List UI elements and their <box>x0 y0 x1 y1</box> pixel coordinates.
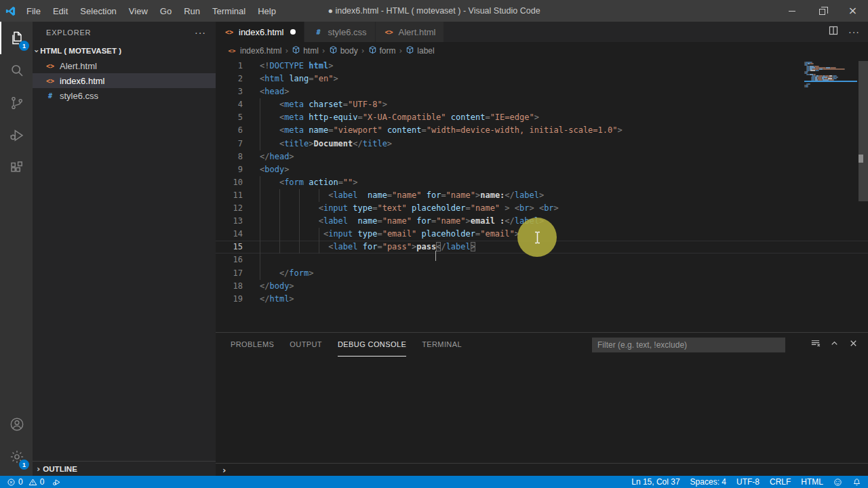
menu-terminal[interactable]: Terminal <box>206 6 252 16</box>
activitybar-run-debug[interactable] <box>0 119 33 152</box>
clear-console-icon[interactable] <box>810 338 821 351</box>
menu-run[interactable]: Run <box>178 6 206 16</box>
activitybar-extensions[interactable] <box>0 152 33 184</box>
code-line-7[interactable]: 7 <title>Document</title> <box>216 138 868 150</box>
tab-index6.html[interactable]: <>index6.html <box>216 22 304 42</box>
code-line-4[interactable]: 4 <meta charset="UTF-8"> <box>216 98 868 111</box>
code-line-9[interactable]: 9<body> <box>216 163 868 176</box>
tab-Alert.html[interactable]: <>Alert.html <box>376 22 445 42</box>
titlebar: FileEditSelectionViewGoRunTerminalHelp ●… <box>0 0 868 22</box>
code-line-13[interactable]: 13 <label name="name" for="name">email :… <box>216 215 868 228</box>
outline-section[interactable]: › OUTLINE <box>33 461 216 476</box>
minimap[interactable] <box>804 62 857 87</box>
code-line-14[interactable]: 14 <input type="email" placeholder="emai… <box>216 228 868 241</box>
indent-guide <box>319 189 319 202</box>
status-encoding[interactable]: UTF-8 <box>736 477 760 487</box>
menu-go[interactable]: Go <box>154 6 178 16</box>
menu-file[interactable]: File <box>20 6 47 16</box>
code-editor[interactable]: 1<!DOCTYPE html>2<html lang="en">3<head>… <box>216 60 868 332</box>
close-button[interactable]: × <box>837 0 868 22</box>
split-editor-icon[interactable] <box>828 25 839 39</box>
breadcrumb-item-index6.html[interactable]: <>index6.html <box>226 46 281 56</box>
breadcrumb-item-form[interactable]: form <box>368 45 396 56</box>
code-line-16[interactable]: 16 <box>216 253 868 266</box>
tab-label: index6.html <box>239 27 283 37</box>
breadcrumb-separator-icon: › <box>322 46 326 56</box>
repl-prompt-icon: › <box>222 465 226 475</box>
menu-view[interactable]: View <box>123 6 154 16</box>
feedback-icon[interactable] <box>833 478 842 487</box>
panel-filter <box>592 338 785 352</box>
code-line-10[interactable]: 10 <form action=""> <box>216 176 868 189</box>
status-problems[interactable]: 0 0 <box>7 477 44 487</box>
code-line-5[interactable]: 5 <meta http-equiv="X-UA-Compatible" con… <box>216 111 868 124</box>
minimize-button[interactable] <box>776 0 807 22</box>
file-item-style6.css[interactable]: #style6.css <box>33 88 216 103</box>
activitybar-explorer[interactable]: 1 <box>0 22 33 54</box>
warning-icon <box>28 478 37 487</box>
file-item-Alert.html[interactable]: <>Alert.html <box>33 58 216 73</box>
indent-guide <box>279 228 280 241</box>
activitybar-search[interactable] <box>0 54 33 87</box>
line-number: 7 <box>216 138 243 150</box>
code-line-3[interactable]: 3<head> <box>216 85 868 98</box>
code-line-2[interactable]: 2<html lang="en"> <box>216 73 868 85</box>
vscode-window: FileEditSelectionViewGoRunTerminalHelp ●… <box>0 0 868 488</box>
status-cursor-position[interactable]: Ln 15, Col 37 <box>631 477 679 487</box>
line-number: 11 <box>216 189 243 202</box>
restore-button[interactable] <box>807 0 837 22</box>
menu-edit[interactable]: Edit <box>47 6 74 16</box>
indent-guide <box>299 241 300 253</box>
line-number: 6 <box>216 124 243 137</box>
panel-tab-terminal[interactable]: TERMINAL <box>422 333 462 357</box>
filter-input[interactable] <box>592 338 785 352</box>
menu-help[interactable]: Help <box>252 6 282 16</box>
status-bar: 0 0 Ln 15, Col 37 Spaces: 4 UTF-8 CRLF H… <box>0 476 868 488</box>
dirty-indicator[interactable] <box>290 29 296 35</box>
line-number: 9 <box>216 163 243 176</box>
badge: 1 <box>19 41 29 51</box>
activitybar-source-control[interactable] <box>0 87 33 119</box>
breadcrumb-item-body[interactable]: body <box>329 45 358 56</box>
breadcrumb-item-html[interactable]: html <box>292 45 319 56</box>
indent-guide <box>299 228 300 241</box>
debug-console-input[interactable]: › <box>216 463 868 476</box>
more-actions-icon[interactable]: ··· <box>848 26 860 37</box>
explorer-more-actions-icon[interactable]: ··· <box>195 27 206 38</box>
status-eol[interactable]: CRLF <box>770 477 791 487</box>
code-line-6[interactable]: 6 <meta name="viewport" content="width=d… <box>216 124 868 137</box>
menu-selection[interactable]: Selection <box>74 6 122 16</box>
code-line-8[interactable]: 8</head> <box>216 150 868 163</box>
code-line-18[interactable]: 18</body> <box>216 280 868 293</box>
chevron-down-icon: › <box>32 49 42 52</box>
code-line-17[interactable]: 17 </form> <box>216 267 868 280</box>
line-number: 4 <box>216 98 243 111</box>
breadcrumb-item-label[interactable]: label <box>406 45 434 56</box>
panel-tab-output[interactable]: OUTPUT <box>290 333 322 357</box>
close-panel-icon[interactable] <box>848 338 859 351</box>
breadcrumb-label: html <box>303 46 319 56</box>
tab-style6.css[interactable]: #style6.css <box>304 22 375 42</box>
code-line-15[interactable]: 15 <label for="pass">pass</label> <box>216 241 868 253</box>
line-number: 8 <box>216 150 243 163</box>
line-number: 13 <box>216 215 243 228</box>
file-item-index6.html[interactable]: <>index6.html <box>33 73 216 88</box>
editor-group: <>index6.html#style6.css<>Alert.html ···… <box>216 22 868 476</box>
code-line-1[interactable]: 1<!DOCTYPE html> <box>216 60 868 73</box>
activitybar-settings[interactable]: 1 <box>0 441 33 473</box>
code-line-19[interactable]: 19</html> <box>216 293 868 306</box>
explorer-section-folder[interactable]: › HTML ( MOTEVASET ) <box>33 43 216 58</box>
maximize-panel-icon[interactable] <box>829 338 840 351</box>
symbol-cube-icon <box>292 45 300 56</box>
status-debug[interactable] <box>52 478 61 487</box>
vertical-scrollbar[interactable] <box>859 61 868 201</box>
code-line-11[interactable]: 11 <label name="name" for="name">name:</… <box>216 189 868 202</box>
tab-label: style6.css <box>328 27 366 37</box>
notifications-bell-icon[interactable] <box>852 478 861 487</box>
activitybar-accounts[interactable] <box>0 408 33 441</box>
status-indentation[interactable]: Spaces: 4 <box>690 477 726 487</box>
panel-tab-debug-console[interactable]: DEBUG CONSOLE <box>338 333 406 357</box>
panel-tab-problems[interactable]: PROBLEMS <box>231 333 274 357</box>
code-line-12[interactable]: 12 <input type="text" placeholder="name"… <box>216 202 868 215</box>
status-language[interactable]: HTML <box>801 477 823 487</box>
